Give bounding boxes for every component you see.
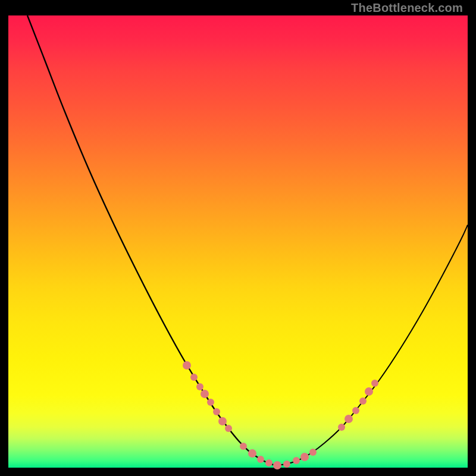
watermark-label: TheBottleneck.com	[351, 1, 463, 15]
marker-dot	[338, 424, 345, 431]
scatter-markers	[183, 361, 378, 469]
marker-dot	[359, 397, 367, 405]
marker-dot	[190, 374, 198, 381]
marker-dot	[352, 407, 359, 414]
marker-dot	[345, 415, 353, 423]
marker-dot	[248, 449, 256, 458]
plot-area	[8, 15, 468, 468]
marker-dot	[240, 443, 247, 450]
marker-dot	[218, 417, 227, 425]
marker-dot	[183, 361, 191, 369]
marker-dot	[265, 459, 273, 466]
marker-dot	[196, 383, 203, 390]
marker-dot	[225, 425, 232, 432]
chart-frame: TheBottleneck.com	[8, 8, 468, 468]
marker-dot	[207, 399, 214, 406]
marker-dot	[283, 461, 290, 468]
marker-dot	[293, 457, 300, 464]
curve-left	[27, 15, 275, 465]
curve-left-path	[27, 15, 275, 465]
marker-dot	[371, 380, 378, 387]
marker-dot	[257, 456, 264, 463]
marker-dot	[213, 408, 220, 415]
marker-dot	[201, 390, 209, 398]
marker-dot	[309, 449, 317, 456]
marker-dot	[273, 461, 281, 469]
marker-dot	[365, 387, 373, 396]
chart-svg	[8, 15, 468, 468]
curve-right	[275, 225, 468, 465]
marker-dot	[300, 453, 309, 461]
curve-right-path	[275, 225, 468, 465]
